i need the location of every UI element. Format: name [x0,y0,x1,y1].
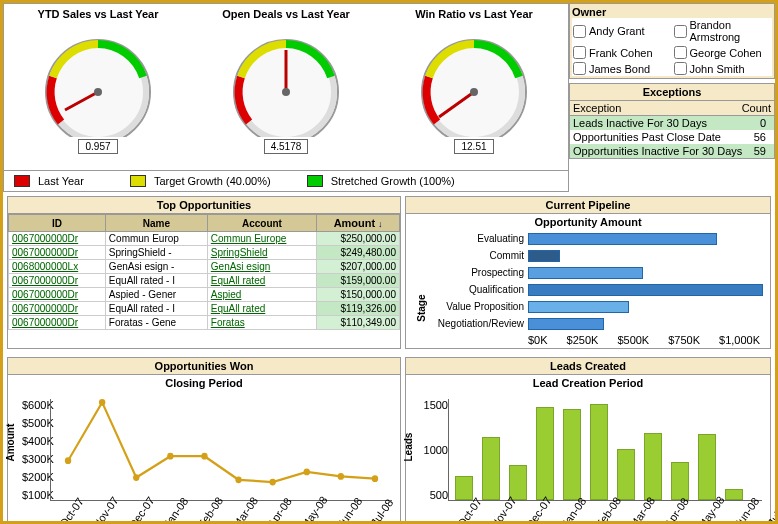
table-row: 0067000000DrSpringShield -SpringShield$2… [9,246,400,260]
leads-bar [671,462,689,500]
opp-account-link[interactable]: Commun Europe [207,232,316,246]
owner-header: Owner [572,6,772,18]
opp-name: EquAll rated - I [105,274,207,288]
exception-row[interactable]: Leads Inactive For 30 Days0 [570,116,774,130]
svg-point-15 [167,453,173,460]
opp-id-link[interactable]: 0067000000Dr [9,232,106,246]
axis-tick: $0K [528,334,548,346]
opp-account-link[interactable]: EquAll rated [207,274,316,288]
legend-swatch-red [14,175,30,187]
owner-checkbox[interactable] [674,25,687,38]
exceptions-header: Exceptions [570,84,774,100]
opp-id-link[interactable]: 0067000000Dr [9,302,106,316]
owner-name: John Smith [690,63,745,75]
opp-amount: $207,000.00 [317,260,400,274]
svg-point-16 [201,453,207,460]
opp-amount: $249,480.00 [317,246,400,260]
panel-header: Current Pipeline [406,197,770,214]
opp-amount: $159,000.00 [317,274,400,288]
owner-checkbox-item[interactable]: James Bond [572,61,672,76]
axis-tick: 1000 [420,444,448,456]
axis-tick: $500K [22,417,50,429]
opp-name: Foratas - Gene [105,316,207,330]
owner-checkbox[interactable] [573,62,586,75]
chart-subtitle: Lead Creation Period [406,375,770,391]
owner-checkbox-item[interactable]: Frank Cohen [572,45,672,60]
pipeline-bar-row: Prospecting [418,264,770,281]
owner-checkbox-item[interactable]: Brandon Armstrong [673,18,773,44]
gauge-title: Win Ratio vs Last Year [415,8,533,20]
stage-label: Value Proposition [418,301,528,312]
stage-label: Commit [418,250,528,261]
opp-id-link[interactable]: 0067000000Dr [9,274,106,288]
gauge-value: 0.957 [78,139,117,154]
opp-account-link[interactable]: GenAsi esign [207,260,316,274]
gauge-value: 12.51 [454,139,493,154]
col-account[interactable]: Account [207,215,316,232]
opp-account-link[interactable]: Aspied [207,288,316,302]
gauge-dial-icon [211,22,361,137]
owner-checkbox[interactable] [674,62,687,75]
gauge-legend: Last Year Target Growth (40.00%) Stretch… [3,171,569,192]
svg-point-18 [269,479,275,486]
opp-account-link[interactable]: Foratas [207,316,316,330]
owner-checkbox[interactable] [674,46,687,59]
owner-checkbox[interactable] [573,25,586,38]
table-row: 0067000000DrAspied - GenerAspied$150,000… [9,288,400,302]
pipeline-bar [528,250,560,262]
opp-amount: $150,000.00 [317,288,400,302]
exception-row[interactable]: Opportunities Inactive For 30 Days59 [570,144,774,158]
owner-checkbox-item[interactable]: Andy Grant [572,18,672,44]
y-axis-label: Amount [5,424,16,462]
leads-created-panel: Leads Created Lead Creation Period Leads… [405,357,771,522]
axis-tick: $500K [617,334,649,346]
leads-bar [482,437,500,500]
opp-amount: $119,326.00 [317,302,400,316]
stage-label: Prospecting [418,267,528,278]
pipeline-bar [528,301,629,313]
owner-name: Frank Cohen [589,47,653,59]
col-name[interactable]: Name [105,215,207,232]
owner-name: James Bond [589,63,650,75]
leads-bar [563,409,581,500]
col-id[interactable]: ID [9,215,106,232]
table-row: 0068000000LxGenAsi esign -GenAsi esign$2… [9,260,400,274]
col-amount[interactable]: Amount ↓ [317,215,400,232]
leads-bar [644,433,662,500]
opp-account-link[interactable]: EquAll rated [207,302,316,316]
exceptions-col-count: Count [739,101,774,115]
stage-label: Negotiation/Review [418,318,528,329]
line-chart [50,399,392,501]
chart-subtitle: Closing Period [8,375,400,391]
owner-checkbox-item[interactable]: John Smith [673,61,773,76]
gauge-open-deals: Open Deals vs Last Year 4.5178 [192,4,380,170]
svg-point-7 [282,88,290,96]
table-row: 0067000000DrCommun EuropCommun Europe$25… [9,232,400,246]
owner-checkbox[interactable] [573,46,586,59]
owner-checkbox-item[interactable]: George Cohen [673,45,773,60]
opp-name: EquAll rated - I [105,302,207,316]
pipeline-bar-row: Value Proposition [418,298,770,315]
opp-account-link[interactable]: SpringShield [207,246,316,260]
leads-bar [617,449,635,500]
opp-id-link[interactable]: 0067000000Dr [9,316,106,330]
axis-tick: 1500 [420,399,448,411]
opp-id-link[interactable]: 0068000000Lx [9,260,106,274]
gauge-title: YTD Sales vs Last Year [38,8,159,20]
exception-label: Opportunities Past Close Date [570,130,746,144]
axis-tick: $1,000K [719,334,760,346]
exception-row[interactable]: Opportunities Past Close Date56 [570,130,774,144]
y-axis-label: Leads [403,433,414,462]
opp-id-link[interactable]: 0067000000Dr [9,246,106,260]
legend-last-year: Last Year [38,175,84,187]
axis-tick: Jul-08 [765,497,778,524]
table-row: 0067000000DrForatas - GeneForatas$110,34… [9,316,400,330]
table-row: 0067000000DrEquAll rated - IEquAll rated… [9,302,400,316]
exception-count: 56 [746,130,774,144]
opp-amount: $110,349.00 [317,316,400,330]
sort-desc-icon: ↓ [378,219,383,229]
svg-point-17 [235,476,241,483]
opp-name: GenAsi esign - [105,260,207,274]
opp-id-link[interactable]: 0067000000Dr [9,288,106,302]
svg-point-12 [65,457,71,464]
